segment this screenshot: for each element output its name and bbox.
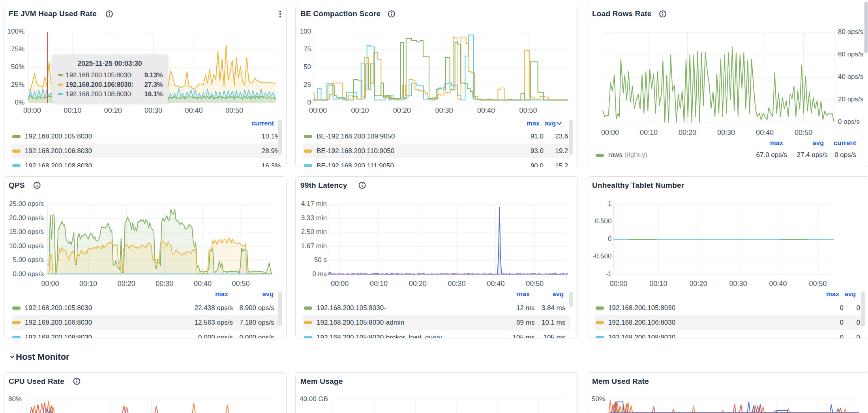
svg-text:5.00 ops/s: 5.00 ops/s	[13, 256, 44, 263]
svg-text:00:30: 00:30	[156, 280, 173, 288]
svg-text:00:50: 00:50	[232, 280, 249, 288]
svg-text:2.50 min: 2.50 min	[301, 228, 327, 235]
svg-text:75: 75	[304, 45, 311, 53]
svg-text:00:40: 00:40	[769, 280, 787, 288]
svg-text:00:30: 00:30	[144, 107, 162, 114]
svg-text:00:50: 00:50	[519, 107, 537, 114]
svg-text:0 ops/s: 0 ops/s	[838, 118, 860, 125]
svg-text:50%: 50%	[592, 395, 605, 403]
svg-text:00:20: 00:20	[118, 280, 135, 288]
svg-text:25%: 25%	[11, 81, 24, 88]
svg-text:00:40: 00:40	[477, 107, 495, 114]
svg-text:00:00: 00:00	[309, 107, 327, 114]
svg-text:0.00 ops/s: 0.00 ops/s	[13, 270, 44, 278]
svg-text:00:50: 00:50	[526, 280, 544, 288]
svg-text:00:20: 00:20	[679, 129, 696, 136]
svg-text:00:00: 00:00	[601, 129, 619, 136]
svg-text:40.00 GB: 40.00 GB	[300, 395, 328, 403]
svg-text:0: 0	[307, 99, 311, 106]
svg-text:00:30: 00:30	[717, 129, 735, 136]
svg-text:00:40: 00:40	[487, 280, 504, 288]
svg-text:00:10: 00:10	[351, 107, 369, 114]
svg-text:100%: 100%	[7, 28, 24, 35]
svg-text:00:50: 00:50	[225, 107, 243, 114]
svg-text:00:00: 00:00	[23, 107, 41, 114]
svg-text:00:20: 00:20	[104, 107, 122, 114]
svg-text:00:30: 00:30	[729, 280, 747, 288]
svg-text:20 ops/s: 20 ops/s	[838, 95, 863, 103]
svg-text:1.67 min: 1.67 min	[301, 242, 327, 250]
svg-text:50 s: 50 s	[314, 256, 327, 263]
svg-text:50: 50	[304, 63, 311, 71]
svg-text:80 ops/s: 80 ops/s	[838, 28, 863, 36]
svg-text:10.00 ops/s: 10.00 ops/s	[9, 242, 44, 250]
svg-text:25: 25	[304, 81, 311, 88]
svg-text:00:50: 00:50	[795, 129, 812, 136]
svg-text:80%: 80%	[8, 395, 22, 403]
svg-text:00:10: 00:10	[64, 107, 81, 114]
svg-text:00:10: 00:10	[370, 280, 388, 288]
svg-text:40 ops/s: 40 ops/s	[838, 73, 863, 80]
svg-text:0: 0	[608, 235, 611, 243]
svg-text:25.00 ops/s: 25.00 ops/s	[9, 200, 44, 207]
svg-text:00:10: 00:10	[649, 280, 667, 288]
svg-text:00:40: 00:40	[194, 280, 212, 288]
svg-text:00:30: 00:30	[435, 107, 453, 114]
svg-text:60 ops/s: 60 ops/s	[838, 50, 863, 58]
svg-text:4.17 min: 4.17 min	[301, 200, 327, 207]
svg-text:0.500: 0.500	[595, 217, 612, 225]
svg-text:00:20: 00:20	[409, 280, 427, 288]
svg-text:3.33 min: 3.33 min	[301, 214, 327, 222]
svg-text:00:00: 00:00	[609, 280, 627, 288]
svg-text:00:50: 00:50	[809, 280, 827, 288]
svg-text:00:10: 00:10	[79, 280, 97, 288]
svg-text:00:20: 00:20	[393, 107, 411, 114]
svg-text:15.00 ops/s: 15.00 ops/s	[9, 228, 44, 235]
svg-text:00:20: 00:20	[689, 280, 707, 288]
svg-text:75%: 75%	[11, 45, 24, 53]
svg-text:00:10: 00:10	[640, 129, 658, 136]
svg-text:-1: -1	[606, 270, 611, 278]
svg-text:00:00: 00:00	[41, 280, 59, 288]
svg-text:0 ms: 0 ms	[312, 270, 327, 278]
svg-text:00:00: 00:00	[331, 280, 349, 288]
svg-text:00:40: 00:40	[756, 129, 774, 136]
svg-text:100: 100	[300, 28, 311, 35]
svg-text:00:40: 00:40	[185, 107, 202, 114]
svg-text:1: 1	[608, 200, 611, 207]
svg-text:-0.500: -0.500	[592, 252, 611, 260]
svg-text:0%: 0%	[15, 99, 24, 106]
svg-text:50%: 50%	[11, 63, 24, 71]
svg-text:00:30: 00:30	[448, 280, 466, 288]
svg-text:20.00 ops/s: 20.00 ops/s	[9, 214, 44, 222]
